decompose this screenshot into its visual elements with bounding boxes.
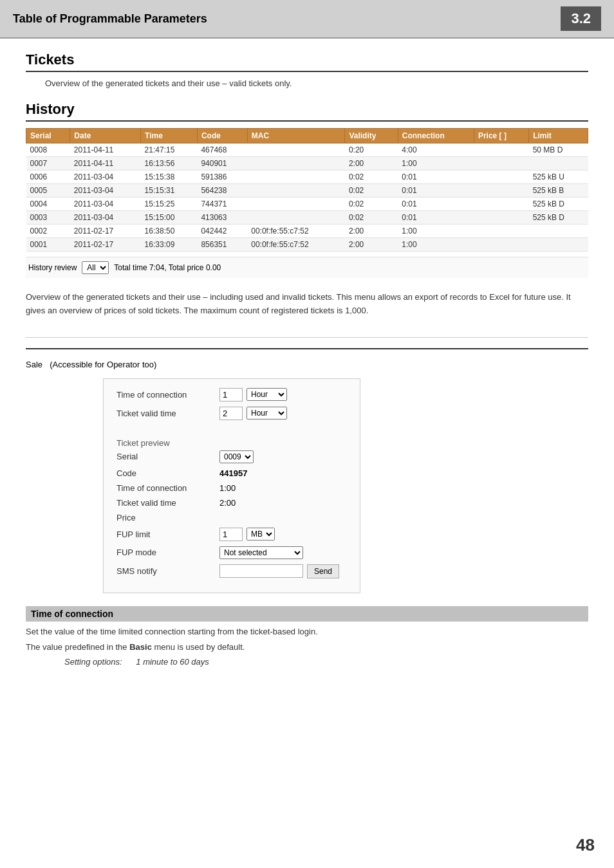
serial-label: Serial bbox=[116, 452, 219, 461]
cell-time: 15:15:38 bbox=[141, 171, 198, 184]
col-mac: MAC bbox=[247, 129, 345, 143]
ticket-valid-time-input[interactable] bbox=[219, 407, 243, 420]
cell-code: 413063 bbox=[197, 211, 247, 225]
fup-limit-unit-select[interactable]: MB KB GB bbox=[247, 528, 275, 540]
cell-serial: 0008 bbox=[26, 143, 70, 157]
cell-validity: 0:02 bbox=[345, 184, 398, 198]
cell-price bbox=[474, 184, 528, 198]
ticket-valid-time-preview-label: Ticket valid time bbox=[116, 498, 219, 508]
ticket-preview-label-text: Ticket preview bbox=[116, 438, 170, 448]
history-footer: History review All Total time 7:04, Tota… bbox=[26, 257, 588, 278]
history-review-label: History review bbox=[28, 263, 77, 272]
cell-price bbox=[474, 211, 528, 225]
time-of-connection-input[interactable] bbox=[219, 388, 243, 402]
cell-date: 2011-03-04 bbox=[70, 211, 141, 225]
sale-row-time-of-connection: Time of connection Hour Minute Day bbox=[116, 388, 347, 402]
cell-serial: 0006 bbox=[26, 171, 70, 184]
sale-row-time-connection-preview: Time of connection 1:00 bbox=[116, 483, 347, 493]
cell-connection: 1:00 bbox=[398, 238, 474, 252]
cell-code: 940901 bbox=[197, 157, 247, 171]
header-title: Table of Programmable Parameters bbox=[13, 12, 207, 26]
cell-code: 856351 bbox=[197, 238, 247, 252]
cell-date: 2011-03-04 bbox=[70, 171, 141, 184]
cell-price bbox=[474, 157, 528, 171]
col-limit: Limit bbox=[529, 129, 588, 143]
table-row: 00072011-04-1116:13:569409012:001:00 bbox=[26, 157, 588, 171]
cell-connection: 1:00 bbox=[398, 225, 474, 238]
fup-limit-value: MB KB GB bbox=[219, 528, 275, 541]
sms-notify-input[interactable] bbox=[219, 564, 303, 578]
ticket-preview-label: Ticket preview bbox=[116, 438, 347, 448]
ticket-valid-time-preview-value: 2:00 bbox=[219, 498, 236, 508]
sale-subtitle: (Accessible for Operator too) bbox=[50, 360, 156, 369]
sale-row-sms-notify: SMS notify Send bbox=[116, 564, 347, 578]
fup-mode-value: Not selected Limit Block bbox=[219, 546, 303, 559]
sale-row-fup-mode: FUP mode Not selected Limit Block bbox=[116, 546, 347, 559]
serial-select[interactable]: 0009 bbox=[219, 450, 254, 463]
cell-time: 16:38:50 bbox=[141, 225, 198, 238]
tickets-description: Overview of the generated tickets and th… bbox=[45, 78, 588, 88]
col-date: Date bbox=[70, 129, 141, 143]
col-time: Time bbox=[141, 129, 198, 143]
cell-code: 591386 bbox=[197, 171, 247, 184]
cell-limit: 525 kB U bbox=[529, 171, 588, 184]
table-row: 00062011-03-0415:15:385913860:020:01525 … bbox=[26, 171, 588, 184]
subsection-text2-bold: Basic bbox=[129, 642, 152, 652]
col-serial: Serial bbox=[26, 129, 70, 143]
overview-text: Overview of the generated tickets and th… bbox=[26, 291, 588, 318]
time-of-connection-unit-select[interactable]: Hour Minute Day bbox=[247, 388, 287, 401]
sale-row-fup-limit: FUP limit MB KB GB bbox=[116, 528, 347, 541]
fup-limit-input[interactable] bbox=[219, 528, 243, 541]
table-row: 00042011-03-0415:15:257443710:020:01525 … bbox=[26, 198, 588, 211]
sale-title: Sale (Accessible for Operator too) bbox=[26, 356, 588, 371]
cell-serial: 0002 bbox=[26, 225, 70, 238]
cell-connection: 0:01 bbox=[398, 211, 474, 225]
table-row: 00012011-02-1716:33:0985635100:0f:fe:55:… bbox=[26, 238, 588, 252]
history-summary: Total time 7:04, Total price 0.00 bbox=[114, 263, 221, 272]
cell-code: 042442 bbox=[197, 225, 247, 238]
cell-code: 744371 bbox=[197, 198, 247, 211]
cell-limit: 525 kB D bbox=[529, 211, 588, 225]
cell-mac bbox=[247, 171, 345, 184]
cell-validity: 2:00 bbox=[345, 157, 398, 171]
history-review-select[interactable]: All bbox=[82, 261, 109, 274]
cell-date: 2011-02-17 bbox=[70, 225, 141, 238]
fup-mode-select[interactable]: Not selected Limit Block bbox=[219, 546, 303, 559]
code-value: 441957 bbox=[219, 468, 247, 478]
sale-row-price: Price bbox=[116, 513, 347, 522]
cell-time: 21:47:15 bbox=[141, 143, 198, 157]
history-title: History bbox=[26, 101, 588, 122]
cell-time: 16:33:09 bbox=[141, 238, 198, 252]
header-page-number: 3.2 bbox=[561, 6, 601, 31]
history-section: History Serial Date Time Code MAC Validi… bbox=[26, 101, 588, 278]
cell-connection: 1:00 bbox=[398, 157, 474, 171]
cell-limit: 50 MB D bbox=[529, 143, 588, 157]
price-label: Price bbox=[116, 513, 219, 522]
sms-notify-label: SMS notify bbox=[116, 566, 219, 576]
cell-validity: 0:02 bbox=[345, 171, 398, 184]
cell-validity: 0:20 bbox=[345, 143, 398, 157]
page-content: Tickets Overview of the generated ticket… bbox=[0, 39, 614, 679]
cell-mac: 00:0f:fe:55:c7:52 bbox=[247, 238, 345, 252]
sale-row-ticket-valid-time: Ticket valid time Hour Minute Day bbox=[116, 407, 347, 420]
tickets-title: Tickets bbox=[26, 51, 588, 72]
ticket-valid-time-unit-select[interactable]: Hour Minute Day bbox=[247, 407, 287, 420]
cell-mac bbox=[247, 157, 345, 171]
history-table-header-row: Serial Date Time Code MAC Validity Conne… bbox=[26, 129, 588, 143]
setting-value: 1 minute to 60 days bbox=[136, 657, 209, 667]
page-header: Table of Programmable Parameters 3.2 bbox=[0, 0, 614, 39]
cell-date: 2011-03-04 bbox=[70, 184, 141, 198]
code-label: Code bbox=[116, 468, 219, 478]
serial-value: 0009 bbox=[219, 450, 254, 463]
send-button[interactable]: Send bbox=[307, 564, 339, 578]
sale-title-text: Sale bbox=[26, 360, 42, 369]
cell-price bbox=[474, 238, 528, 252]
table-row: 00052011-03-0415:15:315642380:020:01525 … bbox=[26, 184, 588, 198]
table-row: 00082011-04-1121:47:154674680:204:0050 M… bbox=[26, 143, 588, 157]
ticket-valid-time-label: Ticket valid time bbox=[116, 409, 219, 418]
col-validity: Validity bbox=[345, 129, 398, 143]
cell-time: 15:15:00 bbox=[141, 211, 198, 225]
cell-price bbox=[474, 143, 528, 157]
setting-label: Setting options: bbox=[64, 657, 122, 667]
cell-time: 15:15:25 bbox=[141, 198, 198, 211]
